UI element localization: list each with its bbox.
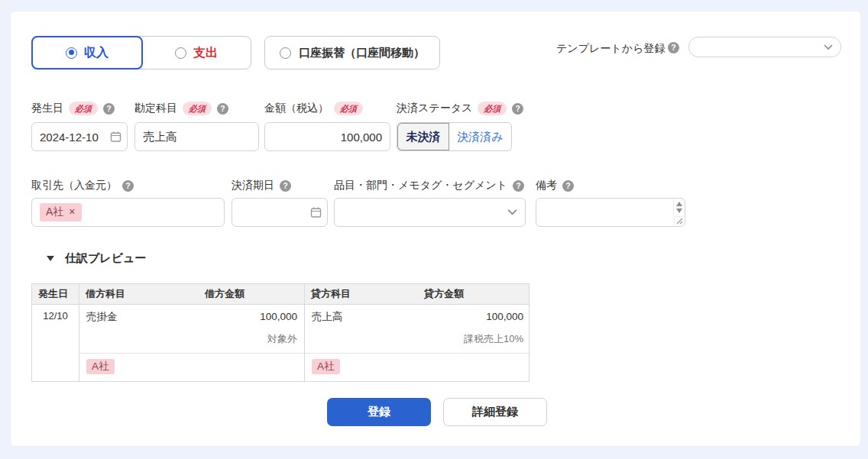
status-settled-option[interactable]: 決済済み [449,123,511,150]
settlement-status-toggle: 未決済 決済済み [397,122,512,151]
amount-label-row: 金額（税込） 必須 [264,102,363,115]
template-select[interactable] [688,37,841,57]
credit-tax-category: 課税売上10% [305,326,530,353]
resize-handle-icon[interactable] [674,216,684,225]
due-date-label-row: 決済期日 ? [232,179,291,192]
chevron-down-icon [507,209,517,216]
credit-partner-tag: A社 [312,359,340,374]
status-unsettled-label: 未決済 [406,130,441,144]
partner-label: 取引先（入金元） [31,179,117,192]
account-item-label: 勘定科目 [134,102,177,115]
debit-account: 売掛金 [86,310,118,324]
account-item-field-wrap [134,122,259,151]
required-badge: 必須 [183,102,212,115]
occurrence-date-field-wrap [31,122,128,151]
help-icon[interactable]: ? [513,180,524,192]
calendar-icon[interactable] [110,131,121,143]
status-settled-label: 決済済み [457,130,503,144]
credit-account: 売上高 [312,310,343,324]
tab-expense[interactable]: 支出 [142,37,251,69]
journal-preview-toggle[interactable]: 仕訳プレビュー [47,251,146,266]
collapse-caret-icon [47,256,54,261]
col-header-credit-amount: 貸方金額 [418,284,530,304]
detail-register-button[interactable]: 詳細登録 [443,398,547,426]
journal-preview-table: 発生日 借方科目 借方金額 貸方科目 貸方金額 12/10 売掛金 100,00… [31,283,530,382]
amount-label: 金額（税込） [264,102,329,115]
settlement-status-label-row: 決済ステータス 必須 ? [397,102,523,115]
radio-unselected-icon [175,47,186,59]
journal-preview-title: 仕訳プレビュー [65,251,146,266]
account-item-label-row: 勘定科目 必須 ? [134,102,228,115]
help-icon[interactable]: ? [122,180,134,192]
amount-field-wrap [264,122,390,151]
tab-income[interactable]: 収入 [31,36,143,69]
tab-transfer-label: 口座振替（口座間移動） [299,46,425,60]
transaction-entry-card: 収入 支出 口座振替（口座間移動） テンプレートから登録 ? 発生日 必須 ? … [10,11,861,447]
amount-input[interactable] [264,122,390,151]
register-button[interactable]: 登録 [327,398,431,426]
radio-selected-icon [66,47,77,59]
help-icon[interactable]: ? [103,103,115,115]
required-badge: 必須 [334,102,363,115]
tab-income-label: 収入 [84,45,108,61]
account-item-input[interactable] [134,122,259,151]
help-icon[interactable]: ? [280,180,291,192]
partner-tag-chip: A社 × [40,203,82,221]
debit-tax-category: 対象外 [79,326,304,353]
partner-input[interactable]: A社 × [31,198,225,227]
tab-transfer[interactable]: 口座振替（口座間移動） [264,36,440,69]
tags-field-label: 品目・部門・メモタグ・セグメント [334,179,507,192]
scroll-down-icon[interactable] [676,208,682,213]
debit-amount: 100,000 [260,311,297,322]
status-unsettled-option[interactable]: 未決済 [397,123,449,150]
occurrence-date-label-row: 発生日 必須 ? [31,102,115,115]
due-date-label: 決済期日 [232,179,274,192]
col-header-debit-account: 借方科目 [79,284,199,304]
settlement-status-label: 決済ステータス [397,102,472,115]
chevron-down-icon [824,44,833,50]
note-label: 備考 [536,179,557,192]
template-register-label: テンプレートから登録 [556,42,665,56]
required-badge: 必須 [69,102,98,115]
credit-amount: 100,000 [486,311,523,322]
partner-tag-label: A社 [46,205,63,220]
partner-label-row: 取引先（入金元） ? [31,179,134,192]
debit-group: 売掛金 100,000 対象外 A社 [79,305,305,381]
col-header-credit-account: 貸方科目 [305,284,418,304]
help-icon[interactable]: ? [217,103,228,115]
table-row: 12/10 売掛金 100,000 対象外 A社 売上高 100,000 課税売… [32,305,529,381]
scrollbar[interactable] [673,199,685,216]
note-label-row: 備考 ? [536,179,574,192]
table-header-row: 発生日 借方科目 借方金額 貸方科目 貸方金額 [32,284,529,305]
tab-expense-label: 支出 [193,45,218,61]
note-textarea[interactable] [536,198,685,227]
close-icon[interactable]: × [69,205,75,220]
occurrence-date-label: 発生日 [31,102,63,115]
debit-partner-tag: A社 [86,359,115,374]
entry-date: 12/10 [32,305,79,381]
help-icon[interactable]: ? [512,103,523,115]
transaction-type-group: 収入 支出 [31,36,251,69]
help-icon[interactable]: ? [562,180,574,192]
help-icon[interactable]: ? [668,42,679,53]
credit-group: 売上高 100,000 課税売上10% A社 [305,305,530,381]
scroll-up-icon[interactable] [676,202,682,206]
tags-select[interactable] [334,198,526,227]
required-badge: 必須 [478,102,507,115]
col-header-date: 発生日 [32,284,79,304]
tags-field-label-row: 品目・部門・メモタグ・セグメント ? [334,179,524,192]
calendar-icon[interactable] [310,207,322,218]
radio-unselected-icon [280,47,291,59]
col-header-debit-amount: 借方金額 [199,284,305,304]
due-date-field-wrap [232,198,328,227]
